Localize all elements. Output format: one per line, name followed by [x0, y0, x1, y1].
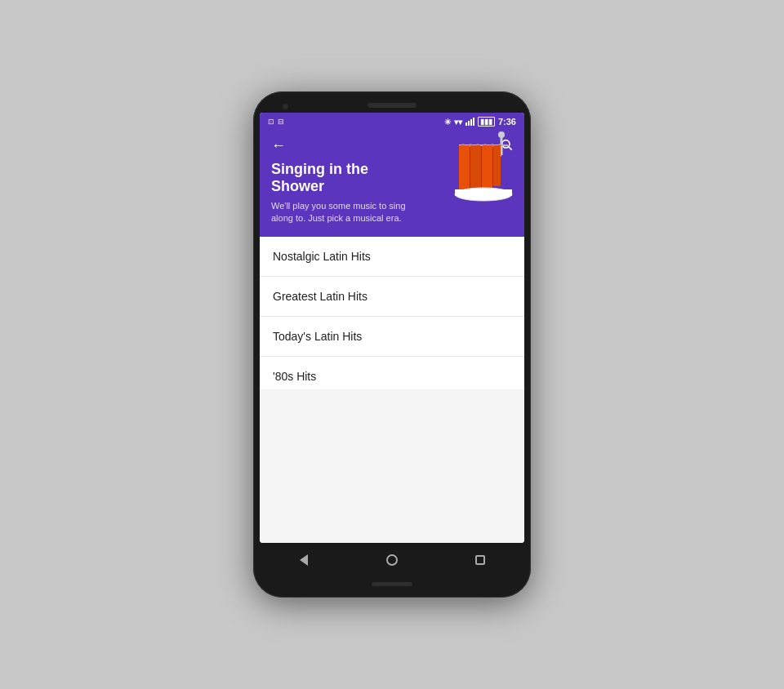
phone-screen: ⊡ ⊟ ✳ ▾▾ ▮▮▮ 7:36 ←: [260, 113, 524, 543]
notification-status-icon: ⊟: [278, 118, 284, 126]
list-footer: [260, 389, 524, 543]
wifi-icon: ▾▾: [454, 118, 462, 127]
bluetooth-icon: ✳: [444, 118, 451, 127]
phone-frame: ⊡ ⊟ ✳ ▾▾ ▮▮▮ 7:36 ←: [253, 91, 531, 598]
home-nav-button[interactable]: [380, 548, 404, 572]
status-bar: ⊡ ⊟ ✳ ▾▾ ▮▮▮ 7:36: [260, 113, 524, 131]
time-display: 7:36: [498, 117, 516, 127]
phone-bottom: [260, 577, 524, 589]
speaker: [368, 103, 416, 108]
svg-rect-13: [470, 145, 481, 188]
list-item[interactable]: Greatest Latin Hits: [260, 277, 524, 317]
status-right-icons: ✳ ▾▾ ▮▮▮ 7:36: [444, 117, 516, 127]
android-nav-bar: [260, 543, 524, 577]
music-list: Nostalgic Latin HitsGreatest Latin HitsT…: [260, 237, 524, 390]
back-button[interactable]: ←: [271, 137, 286, 154]
camera: [283, 104, 288, 109]
battery-icon: ▮▮▮: [478, 117, 495, 127]
phone-top: [260, 100, 524, 113]
app-title: Singing in the Shower: [271, 161, 418, 195]
image-status-icon: ⊡: [268, 118, 274, 126]
app-header: ←: [260, 131, 524, 237]
signal-icon: [466, 118, 474, 126]
shower-illustration: [451, 131, 516, 204]
svg-rect-15: [493, 145, 501, 186]
list-item[interactable]: '80s Hits: [260, 357, 524, 390]
recent-nav-button[interactable]: [468, 548, 492, 572]
svg-rect-14: [482, 145, 492, 189]
svg-rect-12: [459, 145, 470, 190]
app-subtitle: We'll play you some music to sing along …: [271, 200, 426, 225]
list-item[interactable]: Today's Latin Hits: [260, 317, 524, 357]
svg-rect-17: [455, 189, 512, 196]
back-nav-button[interactable]: [292, 548, 316, 572]
list-item[interactable]: Nostalgic Latin Hits: [260, 237, 524, 277]
svg-point-3: [498, 131, 505, 138]
status-left-icons: ⊡ ⊟: [268, 118, 284, 126]
bottom-speaker: [372, 582, 412, 586]
